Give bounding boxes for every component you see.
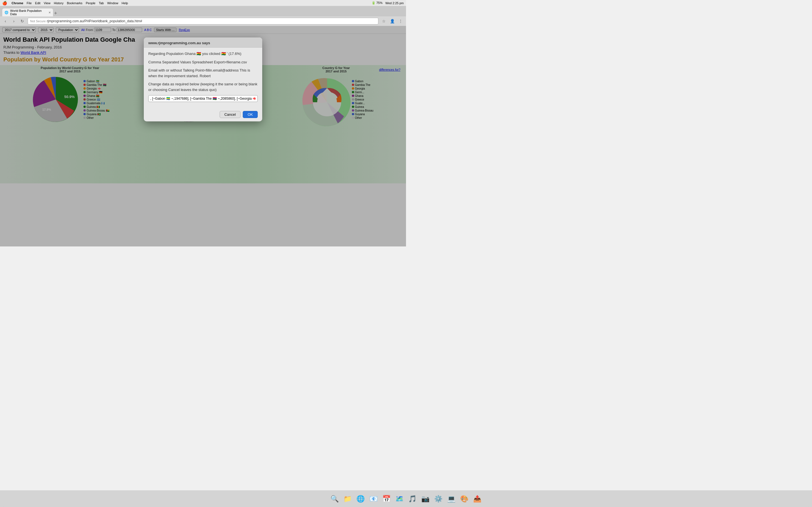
modal-data-input[interactable]	[148, 95, 258, 102]
history-menu[interactable]: History	[54, 1, 63, 5]
not-secure-label: Not Secure	[30, 19, 46, 23]
help-menu[interactable]: Help	[121, 1, 128, 5]
reload-button[interactable]: ↻	[19, 18, 26, 24]
menu-button[interactable]: ⋮	[398, 18, 404, 24]
modal-line1: Regarding Population Ghana 🇬🇭 you clicke…	[148, 51, 258, 57]
modal-cancel-button[interactable]: Cancel	[220, 111, 241, 118]
page-content: 2017 compared to 2015 Population All Fro…	[0, 26, 406, 246]
modal-footer: Cancel OK	[144, 109, 262, 121]
url-display: rjmprogramming.com.au/PHP/worldbank_popu…	[47, 19, 142, 23]
new-tab-button[interactable]: +	[54, 10, 57, 16]
active-tab[interactable]: 🌐 World Bank Population Data ✕	[2, 8, 53, 16]
window-menu[interactable]: Window	[107, 1, 118, 5]
edit-menu[interactable]: Edit	[35, 1, 40, 5]
profile-button[interactable]: 👤	[389, 18, 395, 24]
modal-line2: Comma Separated Values Spreadsheet Expor…	[148, 59, 258, 65]
tab-menu[interactable]: Tab	[99, 1, 104, 5]
modal-ok-button[interactable]: OK	[243, 111, 258, 118]
bookmark-button[interactable]: ☆	[380, 18, 387, 24]
tab-favicon: 🌐	[4, 11, 8, 14]
file-menu[interactable]: File	[27, 1, 32, 5]
menu-bar-left: 🍎 Chrome File Edit View History Bookmark…	[2, 1, 128, 5]
address-input[interactable]: Not Secure rjmprogramming.com.au/PHP/wor…	[28, 18, 378, 24]
menu-bar: 🍎 Chrome File Edit View History Bookmark…	[0, 0, 406, 6]
tab-bar: 🌐 World Bank Population Data ✕ +	[0, 6, 406, 16]
tab-title: World Bank Population Data	[10, 9, 47, 16]
bookmarks-menu[interactable]: Bookmarks	[67, 1, 82, 5]
modal-body: Regarding Population Ghana 🇬🇭 you clicke…	[144, 48, 262, 109]
datetime: Wed 2:25 pm	[386, 1, 404, 5]
back-button[interactable]: ‹	[2, 18, 8, 24]
browser-chrome: 🌐 World Bank Population Data ✕ + ‹ › ↻ N…	[0, 6, 406, 26]
tab-close-button[interactable]: ✕	[49, 11, 51, 14]
forward-button[interactable]: ›	[11, 18, 17, 24]
modal-line4: Change data as required below (keeping i…	[148, 81, 258, 93]
menu-bar-right: 🔋 75% Wed 2:25 pm	[371, 1, 404, 5]
people-menu[interactable]: People	[86, 1, 95, 5]
modal-overlay: www.rjmprogramming.com.au says Regarding…	[0, 26, 406, 246]
view-menu[interactable]: View	[44, 1, 50, 5]
modal-dialog: www.rjmprogramming.com.au says Regarding…	[144, 38, 262, 121]
chrome-menu[interactable]: Chrome	[11, 1, 23, 5]
modal-header: www.rjmprogramming.com.au says	[144, 38, 262, 48]
modal-line3: Email with or without Talking Point=fill…	[148, 68, 258, 78]
apple-menu[interactable]: 🍎	[2, 1, 7, 5]
address-bar-row: ‹ › ↻ Not Secure rjmprogramming.com.au/P…	[0, 16, 406, 26]
battery-status: 🔋 75%	[371, 1, 383, 5]
